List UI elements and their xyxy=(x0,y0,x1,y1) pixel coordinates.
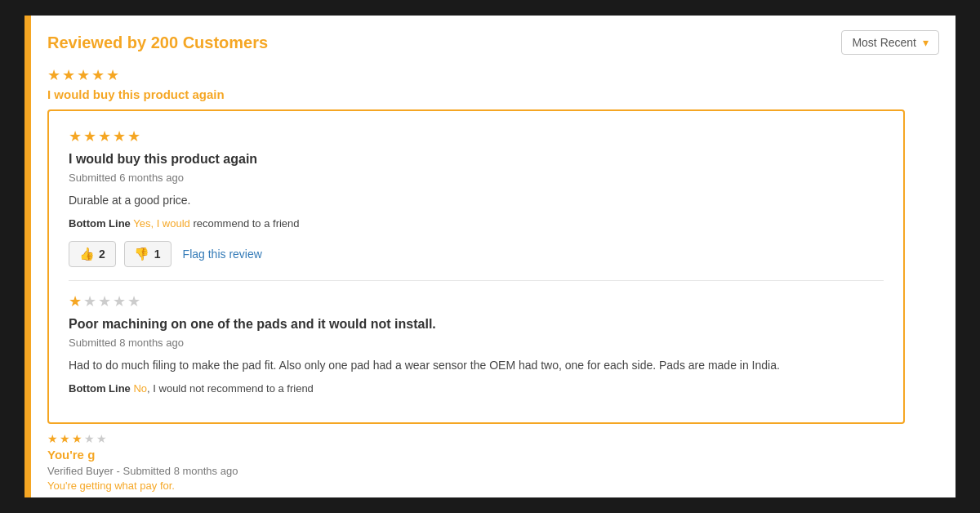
reviewed-by-heading: Reviewed by 200 Customers xyxy=(47,33,268,52)
bg-review-2-body: You're getting what pay for. xyxy=(47,480,939,492)
main-content: Reviewed by 200 Customers Most Recent ▾ … xyxy=(31,16,956,497)
bg-review-1-title: I would buy this product again xyxy=(47,87,939,101)
card-review-2-title: Poor machining on one of the pads and it… xyxy=(69,317,884,332)
bottom-line-suffix-2: , I would not recommend to a friend xyxy=(147,382,314,395)
c1-star-5: ★ xyxy=(127,127,140,145)
card-review-2: ★ ★ ★ ★ ★ Poor machining on one of the p… xyxy=(69,292,884,395)
star-4: ★ xyxy=(91,66,105,84)
bottom-line-label-2: Bottom Line xyxy=(69,382,131,395)
card-review-1-vote-row: 👍 2 👎 1 Flag this review xyxy=(69,241,884,267)
c1-star-4: ★ xyxy=(113,127,126,145)
bottom-line-label-1: Bottom Line xyxy=(69,217,131,230)
bottom-line-suffix-1: recommend to a friend xyxy=(193,217,299,230)
thumbs-up-count-1: 2 xyxy=(99,248,105,261)
bg2-star-5: ★ xyxy=(96,432,107,445)
card-divider xyxy=(69,280,884,281)
c1-star-3: ★ xyxy=(98,127,111,145)
card-review-2-body: Had to do much filing to make the pad fi… xyxy=(69,357,884,374)
card-review-1-submitted: Submitted 6 months ago xyxy=(69,172,884,184)
background-review-2: ★ ★ ★ ★ ★ You're g Verified Buyer - Subm… xyxy=(47,432,939,497)
bg-review-2-verified: Verified Buyer - Submitted 8 months ago xyxy=(47,465,939,477)
bg-review-2-stars: ★ ★ ★ ★ ★ xyxy=(47,432,939,445)
c2-star-1: ★ xyxy=(69,292,82,310)
sort-label: Most Recent xyxy=(852,36,916,49)
thumbs-down-button-1[interactable]: 👎 1 xyxy=(124,241,172,267)
left-accent-bar xyxy=(24,16,31,497)
c1-star-2: ★ xyxy=(83,127,96,145)
bg2-star-1: ★ xyxy=(47,432,58,445)
bottom-line-value-2: No xyxy=(133,382,147,395)
sort-dropdown[interactable]: Most Recent ▾ xyxy=(841,30,939,55)
bg-review-2-title: You're g xyxy=(47,448,939,462)
card-review-1-bottom-line: Bottom Line Yes, I would recommend to a … xyxy=(69,217,884,230)
card-review-1: ★ ★ ★ ★ ★ I would buy this product again… xyxy=(69,127,884,267)
c2-star-2: ★ xyxy=(83,292,96,310)
c2-star-4: ★ xyxy=(113,292,126,310)
c2-star-3: ★ xyxy=(98,292,111,310)
bg2-star-2: ★ xyxy=(60,432,70,445)
card-review-1-stars: ★ ★ ★ ★ ★ xyxy=(69,127,884,145)
star-3: ★ xyxy=(77,66,90,84)
card-review-1-title: I would buy this product again xyxy=(69,152,884,167)
card-review-2-bottom-line: Bottom Line No, I would not recommend to… xyxy=(69,382,884,395)
star-2: ★ xyxy=(62,66,75,84)
card-review-2-stars: ★ ★ ★ ★ ★ xyxy=(69,292,884,310)
card-review-2-submitted: Submitted 8 months ago xyxy=(69,337,884,349)
highlighted-review-card: ★ ★ ★ ★ ★ I would buy this product again… xyxy=(47,109,905,424)
header-row: Reviewed by 200 Customers Most Recent ▾ xyxy=(47,30,939,55)
star-5: ★ xyxy=(106,66,119,84)
sort-chevron-icon: ▾ xyxy=(923,36,929,49)
bg2-star-4: ★ xyxy=(84,432,95,445)
c2-star-5: ★ xyxy=(127,292,140,310)
card-review-1-body: Durable at a good price. xyxy=(69,192,884,209)
thumbs-up-icon-1: 👍 xyxy=(79,247,94,261)
thumbs-down-icon-1: 👎 xyxy=(135,247,149,261)
c1-star-1: ★ xyxy=(69,127,82,145)
bottom-line-value-1: Yes, I would xyxy=(133,217,190,230)
thumbs-down-count-1: 1 xyxy=(154,248,161,261)
flag-review-link-1[interactable]: Flag this review xyxy=(183,248,262,261)
star-1: ★ xyxy=(47,66,60,84)
background-review-1: ★ ★ ★ ★ ★ I would buy this product again xyxy=(47,66,939,101)
bg-review-1-stars: ★ ★ ★ ★ ★ xyxy=(47,66,939,84)
bg2-star-3: ★ xyxy=(72,432,82,445)
thumbs-up-button-1[interactable]: 👍 2 xyxy=(69,241,116,267)
page-container: Reviewed by 200 Customers Most Recent ▾ … xyxy=(24,16,956,497)
